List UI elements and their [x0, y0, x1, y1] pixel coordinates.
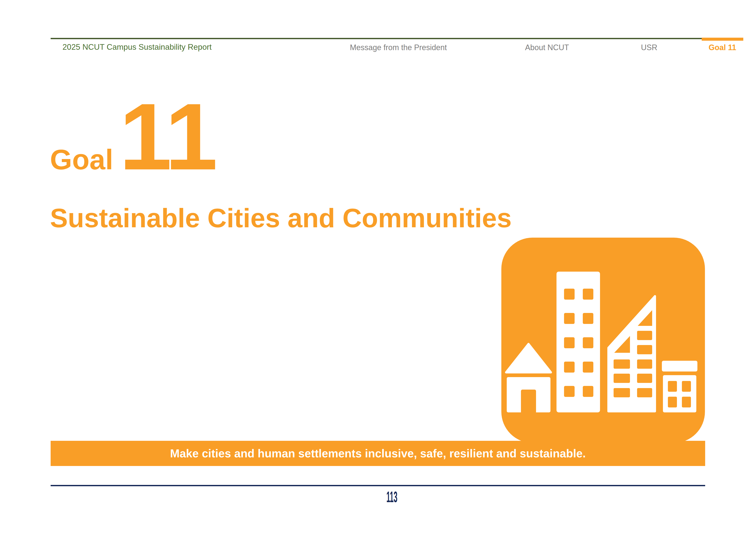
active-tab-marker: [702, 38, 743, 41]
goal-number: 11: [119, 89, 216, 184]
low-building-body: [663, 375, 696, 412]
sdg11-city-icon: [501, 238, 705, 443]
goal-statement-text: Make cities and human settlements inclus…: [51, 441, 705, 466]
header-rule: [51, 38, 702, 39]
goal-word: Goal: [50, 145, 113, 174]
nav-about-ncut[interactable]: About NCUT: [525, 43, 569, 52]
footer-rule: [51, 485, 705, 486]
nav-usr[interactable]: USR: [641, 43, 657, 52]
nav-message-from-president[interactable]: Message from the President: [350, 43, 447, 52]
report-title: 2025 NCUT Campus Sustainability Report: [63, 43, 212, 52]
goal-statement-banner: Make cities and human settlements inclus…: [51, 441, 705, 466]
nav-goal-11[interactable]: Goal 11: [709, 43, 736, 52]
tall-building: [556, 272, 600, 412]
page-number: 113: [387, 490, 397, 504]
low-building-roof: [662, 361, 697, 371]
goal-heading: Goal 11: [50, 89, 216, 184]
goal-subtitle: Sustainable Cities and Communities: [50, 203, 512, 233]
report-page: 2025 NCUT Campus Sustainability Report M…: [0, 0, 756, 534]
